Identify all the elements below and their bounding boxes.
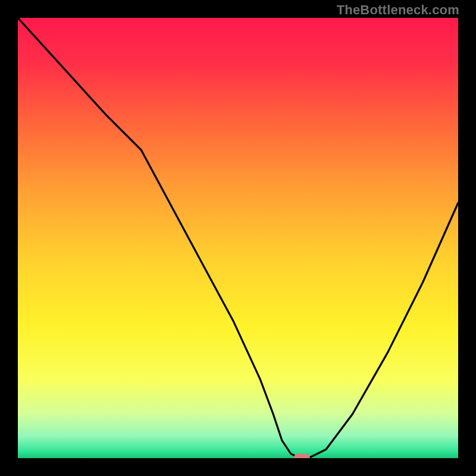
optimum-marker bbox=[294, 454, 309, 458]
bottleneck-chart bbox=[18, 18, 458, 458]
watermark-text: TheBottleneck.com bbox=[337, 2, 459, 18]
chart-frame: TheBottleneck.com bbox=[0, 0, 476, 476]
gradient-backdrop bbox=[18, 18, 458, 458]
